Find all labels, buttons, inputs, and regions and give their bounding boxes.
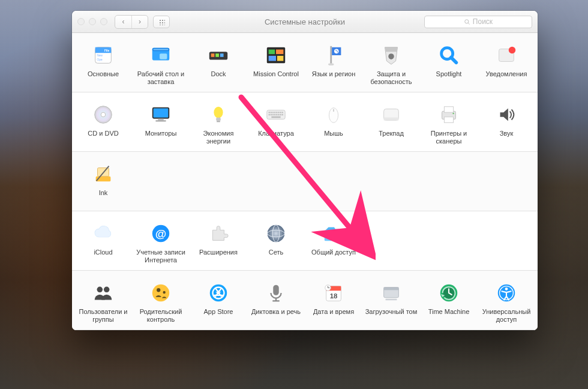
language-icon bbox=[321, 43, 346, 68]
svg-point-78 bbox=[152, 285, 170, 302]
pref-keyboard[interactable]: Клавиатура bbox=[247, 102, 305, 145]
svg-line-26 bbox=[451, 58, 457, 63]
pref-general[interactable]: FileNewOpeОсновные bbox=[74, 43, 132, 86]
show-all-button[interactable] bbox=[153, 16, 170, 28]
svg-text:Ope: Ope bbox=[97, 58, 103, 61]
pref-ink[interactable]: Ink bbox=[74, 161, 132, 205]
pref-extensions[interactable]: Расширения bbox=[190, 221, 247, 264]
pref-mission[interactable]: Mission Control bbox=[247, 43, 305, 86]
pref-section-1: CD и DVDМониторыЭкономия энергииКлавиату… bbox=[72, 92, 538, 152]
accounts-icon: @ bbox=[148, 221, 173, 246]
pref-notifications[interactable]: Уведомления bbox=[478, 43, 535, 86]
svg-rect-39 bbox=[269, 112, 270, 113]
svg-rect-54 bbox=[282, 114, 283, 115]
pref-appstore[interactable]: App Store bbox=[190, 280, 247, 324]
pref-cddvd[interactable]: CD и DVD bbox=[74, 102, 132, 145]
svg-rect-46 bbox=[282, 112, 283, 113]
pref-label: Язык и регион bbox=[311, 70, 357, 86]
timemachine-icon bbox=[436, 280, 461, 306]
security-icon bbox=[379, 43, 404, 68]
search-field[interactable]: Поиск bbox=[424, 16, 532, 28]
svg-rect-33 bbox=[158, 119, 164, 121]
svg-rect-40 bbox=[271, 112, 272, 113]
pref-accounts[interactable]: @Учетные записи Интернета bbox=[132, 221, 190, 264]
pref-energy[interactable]: Экономия энергии bbox=[190, 102, 247, 145]
pref-label: CD и DVD bbox=[86, 130, 119, 145]
minimize-button[interactable] bbox=[89, 18, 96, 25]
svg-point-30 bbox=[101, 112, 106, 117]
svg-rect-93 bbox=[384, 288, 399, 291]
pref-label: Уведомления bbox=[485, 70, 529, 86]
keyboard-icon bbox=[263, 102, 289, 127]
svg-rect-37 bbox=[217, 121, 220, 122]
pref-icloud[interactable]: iCloud bbox=[74, 221, 132, 264]
pref-startup[interactable]: Загрузочный том bbox=[362, 280, 420, 324]
svg-rect-57 bbox=[333, 109, 334, 112]
search-placeholder: Поиск bbox=[473, 17, 493, 26]
svg-rect-18 bbox=[269, 56, 276, 61]
nav-back-forward: ‹ › bbox=[115, 15, 148, 29]
mouse-icon bbox=[321, 102, 346, 127]
pref-network[interactable]: Сеть bbox=[247, 221, 305, 264]
icloud-icon bbox=[91, 221, 116, 246]
pref-desktop[interactable]: Рабочий стол и заставка bbox=[132, 43, 190, 86]
pref-grid: Пользователи и группыРодительский контро… bbox=[72, 271, 538, 330]
pref-section-4: Пользователи и группыРодительский контро… bbox=[72, 271, 538, 330]
svg-rect-83 bbox=[273, 285, 279, 295]
back-button[interactable]: ‹ bbox=[115, 16, 131, 28]
pref-label: Рабочий стол и заставка bbox=[132, 70, 190, 86]
close-button[interactable] bbox=[77, 18, 85, 25]
pref-spotlight[interactable]: Spotlight bbox=[420, 43, 478, 86]
pref-printers[interactable]: Принтеры и сканеры bbox=[420, 102, 478, 145]
pref-label: Универсальный доступ bbox=[478, 308, 535, 324]
pref-sharing[interactable]: Общий доступ bbox=[305, 221, 362, 264]
zoom-button[interactable] bbox=[100, 18, 107, 25]
pref-label: Time Machine bbox=[427, 308, 471, 324]
sound-icon bbox=[494, 102, 519, 127]
svg-point-35 bbox=[214, 107, 223, 118]
pref-users[interactable]: Пользователи и группы bbox=[74, 280, 132, 324]
pref-displays[interactable]: Мониторы bbox=[132, 102, 190, 145]
pref-datetime[interactable]: 18Дата и время bbox=[305, 280, 362, 324]
pref-label: Сеть bbox=[268, 249, 284, 264]
pref-parental[interactable]: Родительский контроль bbox=[132, 280, 190, 324]
pref-label: Звук bbox=[499, 130, 515, 145]
pref-label: Общий доступ bbox=[310, 249, 357, 264]
pref-accessibility[interactable]: Универсальный доступ bbox=[478, 280, 535, 324]
pref-mouse[interactable]: Мышь bbox=[305, 102, 362, 145]
svg-rect-17 bbox=[276, 50, 283, 55]
displays-icon bbox=[148, 102, 173, 127]
svg-rect-94 bbox=[386, 299, 397, 301]
svg-rect-19 bbox=[277, 56, 283, 61]
svg-point-70 bbox=[268, 225, 285, 243]
svg-rect-20 bbox=[330, 46, 332, 64]
pref-label: Основные bbox=[86, 70, 120, 86]
svg-point-0 bbox=[465, 19, 469, 23]
svg-rect-47 bbox=[269, 114, 270, 115]
dictation-icon bbox=[263, 280, 289, 306]
pref-label: Mission Control bbox=[252, 70, 300, 86]
pref-security[interactable]: Защита и безопасность bbox=[362, 43, 420, 86]
svg-rect-14 bbox=[220, 53, 224, 57]
svg-rect-9 bbox=[154, 49, 169, 50]
svg-rect-42 bbox=[274, 112, 275, 113]
desktop-wallpaper: ‹ › Системные настройки Поиск FileNewOpe… bbox=[0, 0, 588, 389]
pref-timemachine[interactable]: Time Machine bbox=[420, 280, 478, 324]
datetime-icon: 18 bbox=[321, 280, 346, 306]
pref-grid: iCloud@Учетные записи ИнтернетаРасширени… bbox=[72, 211, 538, 270]
pref-label: Дата и время bbox=[312, 308, 355, 324]
svg-rect-36 bbox=[216, 118, 221, 121]
pref-trackpad[interactable]: Трекпад bbox=[362, 102, 420, 145]
svg-text:18: 18 bbox=[330, 292, 338, 300]
sharing-icon bbox=[321, 221, 346, 246]
pref-label: Клавиатура bbox=[257, 130, 295, 145]
system-preferences-window: ‹ › Системные настройки Поиск FileNewOpe… bbox=[72, 11, 538, 330]
pref-language[interactable]: Язык и регион bbox=[305, 43, 362, 86]
network-icon bbox=[263, 221, 289, 246]
pref-dictation[interactable]: Диктовка и речь bbox=[247, 280, 305, 324]
svg-point-28 bbox=[509, 47, 515, 53]
pref-dock[interactable]: Dock bbox=[190, 43, 247, 86]
pref-sound[interactable]: Звук bbox=[478, 102, 535, 145]
printers-icon bbox=[436, 102, 461, 127]
forward-button[interactable]: › bbox=[131, 16, 148, 28]
